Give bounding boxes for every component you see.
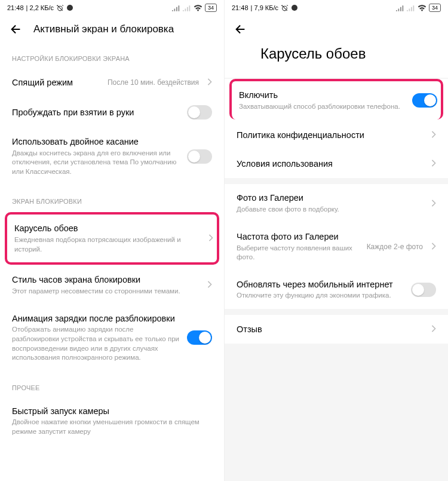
sleep-label: Спящий режим [12,77,102,88]
divider [225,178,448,184]
signal-icon [172,5,180,11]
status-speed: | 2,2 КБ/с [26,4,54,11]
clock-sub: Этот параметр несовместим со сторонними … [12,287,201,296]
svg-point-1 [67,5,73,11]
quick-camera-row[interactable]: Быстрый запуск камеры Двойное нажатие кн… [0,397,224,445]
dbl-sub: Дважды коснитесь экрана для его включени… [12,149,181,177]
carousel-label: Карусель обоев [14,223,202,234]
chevron-right-icon [431,324,436,335]
dnd-icon [66,4,73,11]
dbl-toggle[interactable] [187,149,212,164]
signal2-icon [183,5,191,11]
chevron-right-icon [207,77,212,88]
chevron-right-icon [431,158,436,169]
chevron-right-icon [431,198,436,209]
gallery-frequency-row[interactable]: Частота фото из Галереи Выберите частоту… [225,223,448,271]
screen-lock-settings: 21:48 | 2,2 КБ/с 34 Активный экран и бло… [0,0,224,481]
section-other: ПРОЧЕЕ [0,371,224,397]
sleep-mode-row[interactable]: Спящий режим После 10 мин. бездействия [0,68,224,97]
chevron-right-icon [431,130,436,140]
enable-toggle[interactable] [412,93,437,108]
alarm-off-icon [56,4,64,12]
chevron-right-icon [208,233,213,244]
page-title: Активный экран и блокировка [33,23,174,35]
dnd-icon [291,4,298,11]
freq-sub: Выберите частоту появления ваших фото. [237,244,361,262]
terms-label: Условия использования [237,158,425,170]
clock-style-row[interactable]: Стиль часов экрана блокировки Этот парам… [0,266,224,304]
screen-wallpaper-carousel: 21:48 | 7,9 КБ/с 34 Карусель обоев Включ… [224,0,448,481]
divider [225,309,448,315]
mobile-label: Обновлять через мобильный интернет [237,279,405,290]
header [225,16,448,42]
battery-icon: 34 [429,4,441,12]
review-row[interactable]: Отзыв [225,315,448,344]
status-bar: 21:48 | 7,9 КБ/с 34 [225,0,448,16]
back-button[interactable] [234,23,247,36]
section-lock-settings: НАСТРОЙКИ БЛОКИРОВКИ ЭКРАНА [0,42,224,68]
freq-label: Частота фото из Галереи [237,231,361,243]
anim-sub: Отображать анимацию зарядки после разбло… [12,325,181,362]
wifi-icon [418,5,426,11]
chevron-right-icon [431,241,436,252]
signal-icon [396,5,404,11]
gallery-label: Фото из Галереи [237,192,425,204]
privacy-row[interactable]: Политика конфиденциальности [225,121,448,149]
mobile-update-row[interactable]: Обновлять через мобильный интернет Отклю… [225,271,448,309]
page-title: Карусель обоев [225,42,448,75]
wake-toggle[interactable] [187,105,212,120]
mobile-toggle[interactable] [411,283,436,297]
review-label: Отзыв [237,324,425,335]
wake-label: Пробуждать при взятии в руки [12,107,181,118]
battery-icon: 34 [205,4,217,12]
double-tap-row[interactable]: Использовать двойное касание Дважды косн… [0,128,224,185]
terms-row[interactable]: Условия использования [225,149,448,178]
status-time: 21:48 [7,4,24,11]
chevron-right-icon [207,280,212,290]
gallery-photos-row[interactable]: Фото из Галереи Добавьте свои фото в под… [225,184,448,222]
charging-animation-row[interactable]: Анимация зарядки после разблокировки Ото… [0,305,224,371]
status-speed: | 7,9 КБ/с [251,4,278,11]
status-bar: 21:48 | 2,2 КБ/с 34 [0,0,224,16]
privacy-label: Политика конфиденциальности [237,130,425,141]
wifi-icon [194,5,202,11]
enable-label: Включить [239,90,406,101]
cam-sub: Двойное нажатие кнопки уменьшения громко… [12,418,212,436]
svg-point-3 [291,5,297,11]
back-button[interactable] [10,23,23,36]
dbl-label: Использовать двойное касание [12,136,181,148]
gallery-sub: Добавьте свои фото в подборку. [237,205,425,215]
signal2-icon [407,5,415,11]
section-lockscreen: ЭКРАН БЛОКИРОВКИ [0,185,224,211]
clock-label: Стиль часов экрана блокировки [12,274,201,286]
status-time: 21:48 [232,4,248,11]
cam-label: Быстрый запуск камеры [12,406,212,417]
mobile-sub: Отключите эту функцию для экономии трафи… [237,291,405,301]
alarm-off-icon [281,4,289,12]
carousel-sub: Ежедневная подборка потрясающих изображе… [14,235,202,254]
anim-toggle[interactable] [187,330,212,345]
freq-value: Каждое 2-е фото [367,243,423,251]
enable-row[interactable]: Включить Захватывающий способ разблокиро… [229,79,443,120]
anim-label: Анимация зарядки после разблокировки [12,313,181,324]
sleep-value: После 10 мин. бездействия [108,78,199,87]
header: Активный экран и блокировка [0,16,224,42]
wake-on-pickup-row[interactable]: Пробуждать при взятии в руки [0,97,224,128]
enable-sub: Захватывающий способ разблокировки телеф… [239,102,406,112]
wallpaper-carousel-row[interactable]: Карусель обоев Ежедневная подборка потря… [5,212,219,265]
